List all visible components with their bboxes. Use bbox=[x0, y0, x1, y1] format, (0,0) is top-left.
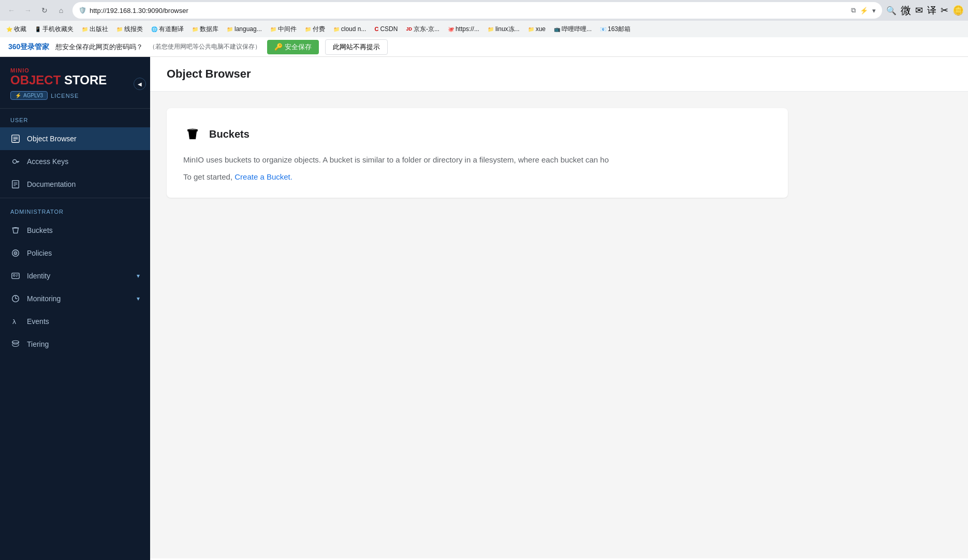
object-browser-label: Object Browser bbox=[27, 135, 140, 143]
main-header: Object Browser bbox=[150, 57, 968, 92]
svg-point-23 bbox=[12, 341, 19, 344]
bookmark-translate[interactable]: 🌐有道翻译 bbox=[149, 24, 186, 35]
main-body: Buckets MinIO uses buckets to organize o… bbox=[150, 92, 968, 558]
minio-store-text: OBJECT STORE bbox=[10, 73, 140, 87]
collapse-sidebar-button[interactable]: ◀ bbox=[134, 78, 146, 90]
monitoring-chevron-icon: ▾ bbox=[137, 295, 140, 302]
svg-rect-24 bbox=[187, 130, 198, 131]
pw-note: （若您使用网吧等公共电脑不建议保存） bbox=[149, 42, 261, 51]
bookmark-bilibili[interactable]: 📺哔哩哔哩... bbox=[552, 24, 594, 35]
bookmark-paid[interactable]: 📁付费 bbox=[303, 24, 327, 35]
pw-save-button[interactable]: 🔑 安全保存 bbox=[267, 40, 319, 54]
search-icon[interactable]: 🔍 bbox=[886, 6, 897, 16]
svg-point-16 bbox=[13, 275, 16, 277]
monitoring-icon bbox=[10, 293, 21, 304]
sidebar-item-identity[interactable]: Identity ▾ bbox=[0, 264, 150, 287]
nav-buttons: ← → ↻ ⌂ bbox=[4, 3, 68, 18]
sidebar-item-tiering[interactable]: Tiering bbox=[0, 333, 150, 356]
app-container: MINIO OBJECT STORE ⚡ AGPLV3 LICENSE ◀ Us… bbox=[0, 57, 968, 560]
bookmark-github[interactable]: 🐙https://... bbox=[446, 24, 481, 34]
license-badge: ⚡ AGPLV3 LICENSE bbox=[10, 91, 140, 100]
bookmark-db[interactable]: 📁数据库 bbox=[190, 24, 221, 35]
key-icon: 🔑 bbox=[274, 43, 283, 51]
reload-button[interactable]: ↻ bbox=[37, 3, 52, 18]
bookmark-csdn[interactable]: CCSDN bbox=[372, 24, 400, 34]
sidebar-item-access-keys[interactable]: Access Keys bbox=[0, 150, 150, 173]
bookmark-xue[interactable]: 📁xue bbox=[526, 24, 548, 34]
pw-question: 想安全保存此网页的密码吗？ bbox=[55, 42, 143, 52]
tiering-label: Tiering bbox=[27, 340, 140, 348]
identity-chevron-icon: ▾ bbox=[137, 272, 140, 279]
tiering-icon bbox=[10, 339, 21, 349]
back-button[interactable]: ← bbox=[4, 3, 19, 18]
svg-rect-1 bbox=[13, 137, 18, 138]
bookmark-favorites[interactable]: ⭐收藏 bbox=[4, 24, 28, 35]
address-bar-right: ⧉ ⚡ ▾ bbox=[851, 6, 876, 14]
scissors-icon[interactable]: ✂ bbox=[941, 5, 948, 16]
password-save-bar: 360登录管家 想安全保存此网页的密码吗？ （若您使用网吧等公共电脑不建议保存）… bbox=[0, 37, 968, 57]
events-icon: λ bbox=[10, 316, 21, 327]
svg-point-14 bbox=[15, 253, 16, 254]
policies-icon bbox=[10, 248, 21, 258]
svg-rect-2 bbox=[13, 139, 18, 139]
buckets-card-icon bbox=[183, 125, 202, 143]
agpl-badge: ⚡ AGPLV3 bbox=[10, 91, 48, 100]
360-logo: 360登录管家 bbox=[8, 42, 49, 52]
tabs-icon[interactable]: ⧉ bbox=[851, 6, 856, 14]
sidebar-item-buckets[interactable]: Buckets bbox=[0, 219, 150, 242]
sidebar-item-documentation[interactable]: Documentation bbox=[0, 173, 150, 196]
buckets-card-title: Buckets bbox=[209, 128, 250, 140]
forward-button[interactable]: → bbox=[21, 3, 35, 18]
bookmark-jd[interactable]: JD京东-京... bbox=[404, 24, 442, 35]
gold-icon[interactable]: 🪙 bbox=[952, 5, 964, 16]
main-content: Object Browser Buckets MinIO uses bucket… bbox=[150, 57, 968, 560]
buckets-card-header: Buckets bbox=[183, 125, 771, 143]
bookmark-mobile[interactable]: 📱手机收藏夹 bbox=[33, 24, 76, 35]
weibo-icon[interactable]: 微 bbox=[901, 4, 911, 18]
license-label: LICENSE bbox=[51, 93, 79, 99]
url-text: http://192.168.1.30:9090/browser bbox=[90, 7, 848, 14]
admin-section-label: Administrator bbox=[0, 200, 150, 219]
bookmark-middleware[interactable]: 📁中间件 bbox=[268, 24, 299, 35]
mail-icon[interactable]: ✉ bbox=[915, 5, 923, 16]
security-icon: 🛡️ bbox=[79, 7, 86, 14]
key-icon bbox=[10, 156, 21, 167]
sidebar-item-monitoring[interactable]: Monitoring ▾ bbox=[0, 287, 150, 310]
svg-rect-15 bbox=[12, 273, 19, 279]
bookmark-163mail[interactable]: 📧163邮箱 bbox=[598, 24, 633, 35]
create-bucket-link[interactable]: Create a Bucket. bbox=[234, 172, 292, 181]
identity-icon bbox=[10, 271, 21, 281]
svg-rect-3 bbox=[13, 140, 16, 141]
bookmarks-bar: ⭐收藏 📱手机收藏夹 📁出版社 📁线报类 🌐有道翻译 📁数据库 📁languag… bbox=[0, 21, 968, 37]
lightning-icon[interactable]: ⚡ bbox=[860, 7, 868, 14]
user-section-label: User bbox=[0, 109, 150, 127]
home-button[interactable]: ⌂ bbox=[54, 3, 68, 18]
bookmark-news[interactable]: 📁线报类 bbox=[114, 24, 145, 35]
agpl-text: AGPLV3 bbox=[23, 93, 43, 98]
bookmark-publisher[interactable]: 📁出版社 bbox=[80, 24, 110, 35]
translate-icon[interactable]: 译 bbox=[927, 4, 936, 17]
browser-toolbar: ← → ↻ ⌂ 🛡️ http://192.168.1.30:9090/brow… bbox=[0, 0, 968, 21]
sidebar: MINIO OBJECT STORE ⚡ AGPLV3 LICENSE ◀ Us… bbox=[0, 57, 150, 560]
buckets-cta: To get started, Create a Bucket. bbox=[183, 172, 771, 181]
buckets-icon bbox=[10, 225, 21, 235]
documentation-icon bbox=[10, 179, 21, 189]
sidebar-logo-area: MINIO OBJECT STORE ⚡ AGPLV3 LICENSE ◀ bbox=[0, 57, 150, 109]
bookmark-language[interactable]: 📁languag... bbox=[225, 24, 264, 34]
policies-label: Policies bbox=[27, 249, 140, 257]
sidebar-divider-1 bbox=[0, 198, 150, 198]
bookmark-linux[interactable]: 📁linux冻... bbox=[486, 24, 522, 35]
agpl-icon: ⚡ bbox=[15, 93, 21, 98]
browser-icon bbox=[10, 134, 21, 144]
bookmark-cloud[interactable]: 📁cloud n... bbox=[331, 24, 369, 34]
buckets-card: Buckets MinIO uses buckets to organize o… bbox=[167, 108, 788, 198]
pw-dismiss-button[interactable]: 此网站不再提示 bbox=[325, 39, 388, 55]
sidebar-item-object-browser[interactable]: Object Browser bbox=[0, 127, 150, 150]
dropdown-icon[interactable]: ▾ bbox=[872, 7, 876, 14]
identity-label: Identity bbox=[27, 272, 130, 280]
svg-text:λ: λ bbox=[12, 318, 17, 326]
sidebar-item-events[interactable]: λ Events bbox=[0, 310, 150, 333]
address-bar[interactable]: 🛡️ http://192.168.1.30:9090/browser ⧉ ⚡ … bbox=[72, 2, 882, 19]
monitoring-label: Monitoring bbox=[27, 294, 130, 303]
sidebar-item-policies[interactable]: Policies bbox=[0, 242, 150, 264]
